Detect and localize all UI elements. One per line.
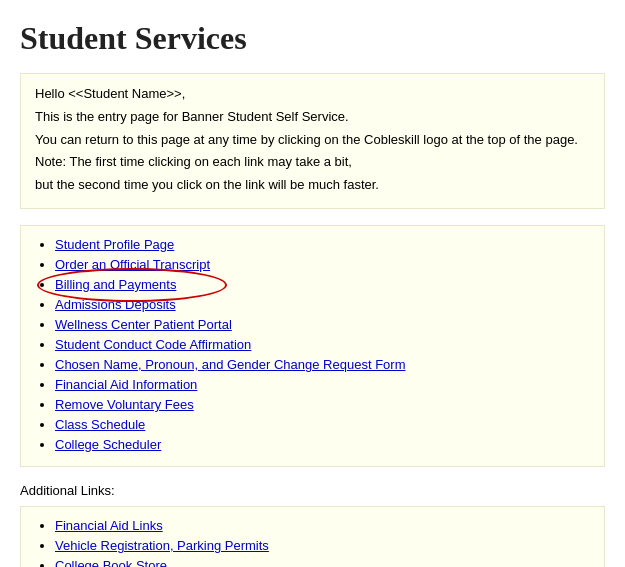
list-item: Admissions Deposits	[55, 296, 590, 312]
billing-payments-link[interactable]: Billing and Payments	[55, 277, 176, 292]
main-link-7[interactable]: Financial Aid Information	[55, 377, 197, 392]
page-container: Student Services Hello <<Student Name>>,…	[0, 0, 625, 567]
intro-line4: Note: The first time clicking on each li…	[35, 152, 590, 173]
additional-label: Additional Links:	[20, 483, 605, 498]
list-item: Vehicle Registration, Parking Permits	[55, 537, 590, 553]
main-link-3[interactable]: Admissions Deposits	[55, 297, 176, 312]
billing-link-wrapper: Billing and Payments	[55, 276, 176, 292]
list-item: College Book Store	[55, 557, 590, 567]
intro-line2: This is the entry page for Banner Studen…	[35, 107, 590, 128]
main-link-1[interactable]: Order an Official Transcript	[55, 257, 210, 272]
intro-line3: You can return to this page at any time …	[35, 130, 590, 151]
additional-links-list: Financial Aid LinksVehicle Registration,…	[35, 517, 590, 567]
list-item: Financial Aid Links	[55, 517, 590, 533]
list-item: College Scheduler	[55, 436, 590, 452]
intro-line5: but the second time you click on the lin…	[35, 175, 590, 196]
main-link-0[interactable]: Student Profile Page	[55, 237, 174, 252]
list-item: Financial Aid Information	[55, 376, 590, 392]
main-link-10[interactable]: College Scheduler	[55, 437, 161, 452]
main-link-9[interactable]: Class Schedule	[55, 417, 145, 432]
additional-link-2[interactable]: College Book Store	[55, 558, 167, 567]
intro-line1: Hello <<Student Name>>,	[35, 84, 590, 105]
list-item: Class Schedule	[55, 416, 590, 432]
list-item: Student Profile Page	[55, 236, 590, 252]
main-link-8[interactable]: Remove Voluntary Fees	[55, 397, 194, 412]
list-item: Wellness Center Patient Portal	[55, 316, 590, 332]
list-item: Order an Official Transcript	[55, 256, 590, 272]
list-item: Remove Voluntary Fees	[55, 396, 590, 412]
main-links-list: Student Profile PageOrder an Official Tr…	[35, 236, 590, 452]
intro-section: Hello <<Student Name>>, This is the entr…	[20, 73, 605, 209]
main-link-4[interactable]: Wellness Center Patient Portal	[55, 317, 232, 332]
main-link-6[interactable]: Chosen Name, Pronoun, and Gender Change …	[55, 357, 405, 372]
main-links-section: Student Profile PageOrder an Official Tr…	[20, 225, 605, 467]
additional-link-1[interactable]: Vehicle Registration, Parking Permits	[55, 538, 269, 553]
list-item: Billing and Payments	[55, 276, 590, 292]
additional-links-section: Financial Aid LinksVehicle Registration,…	[20, 506, 605, 567]
page-title: Student Services	[20, 20, 605, 57]
list-item: Student Conduct Code Affirmation	[55, 336, 590, 352]
main-link-5[interactable]: Student Conduct Code Affirmation	[55, 337, 251, 352]
additional-link-0[interactable]: Financial Aid Links	[55, 518, 163, 533]
list-item: Chosen Name, Pronoun, and Gender Change …	[55, 356, 590, 372]
